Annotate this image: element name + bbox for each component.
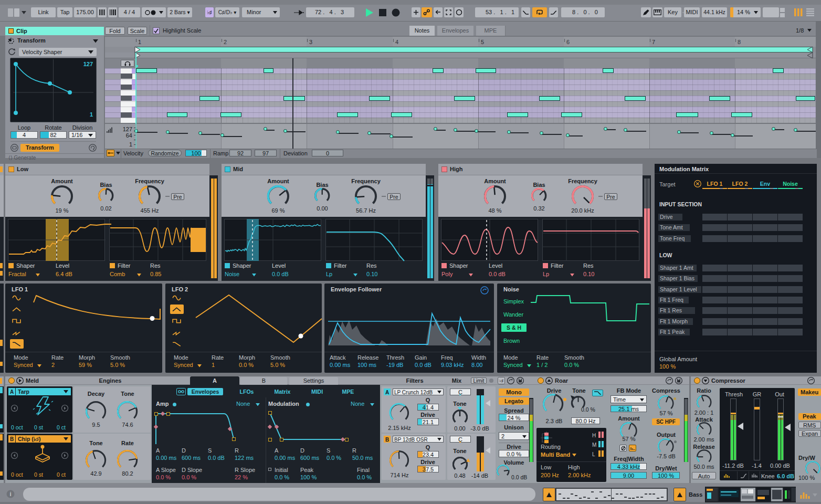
- svg-text:i: i: [9, 491, 11, 497]
